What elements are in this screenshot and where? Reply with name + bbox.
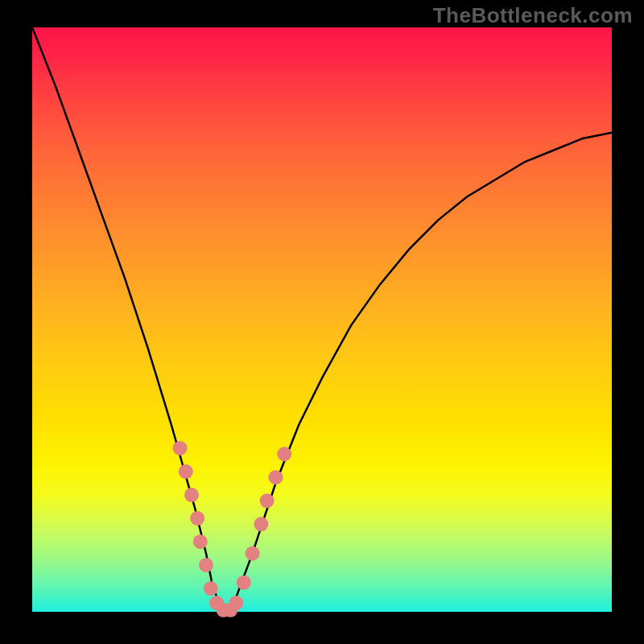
watermark-text: TheBottleneck.com [433,3,633,28]
curve-marker [204,581,218,596]
bottleneck-curve [32,27,612,612]
curve-marker [229,596,243,610]
curve-marker [260,493,275,508]
curve-marker [190,511,204,526]
curve-marker [254,517,268,531]
curve-marker [199,558,213,572]
curve-marker [179,464,193,479]
chart-svg [32,27,612,612]
plot-area [32,27,612,612]
curve-marker [246,546,260,560]
curve-marker [193,535,208,549]
curve-marker [184,488,199,502]
chart-frame: TheBottleneck.com [0,0,644,644]
curve-marker [237,576,251,590]
curve-markers [173,441,292,617]
curve-marker [173,441,188,456]
curve-marker [268,470,283,485]
curve-marker [277,447,291,461]
